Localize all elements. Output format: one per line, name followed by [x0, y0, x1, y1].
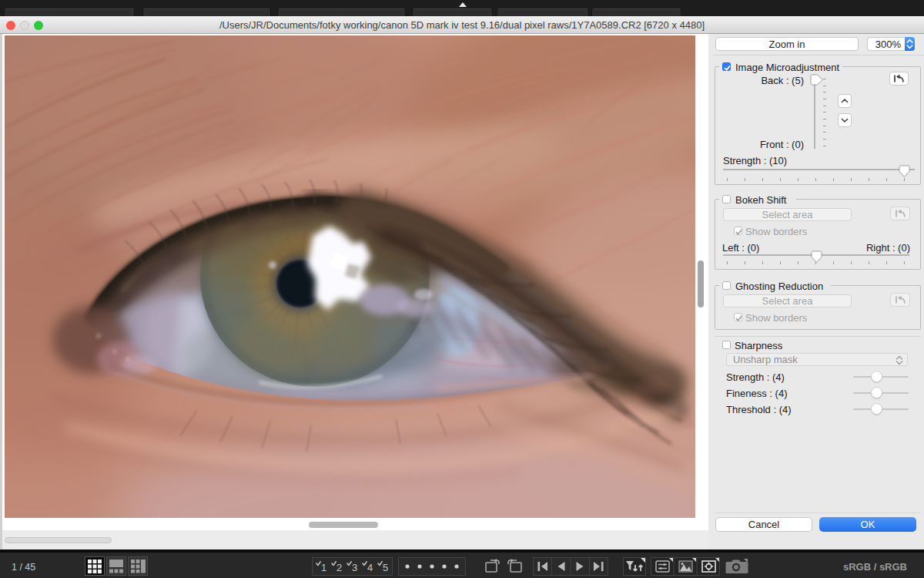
svg-text:5: 5: [383, 562, 388, 573]
svg-text:1: 1: [321, 562, 326, 573]
svg-text:3: 3: [352, 562, 357, 573]
svg-text:2: 2: [336, 562, 342, 573]
svg-text:4: 4: [367, 562, 373, 573]
